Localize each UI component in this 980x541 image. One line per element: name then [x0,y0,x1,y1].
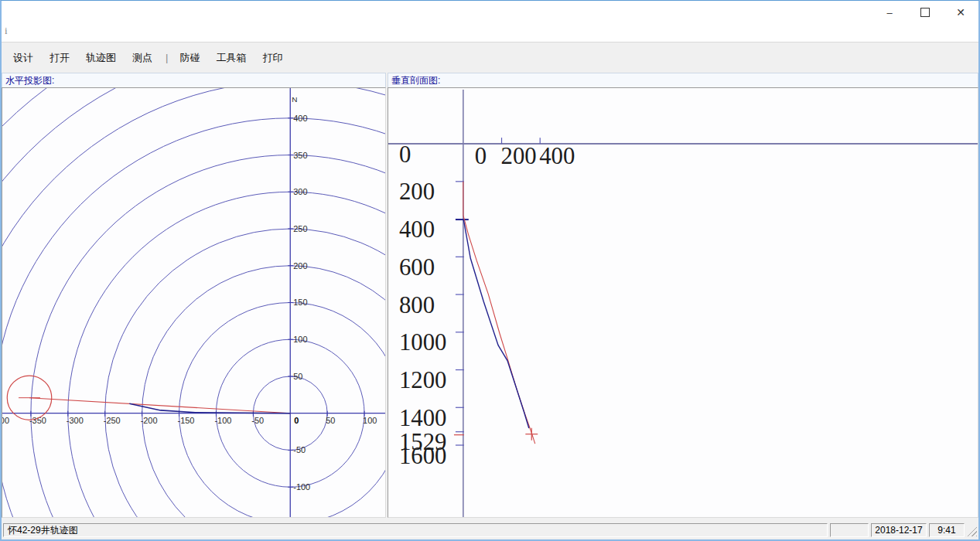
depth-label: 800 [399,292,435,318]
displacement-label: 0 [475,143,487,169]
menu-item-toolbox[interactable]: 工具箱 [211,49,251,66]
title-bar: – ✕ [2,1,978,24]
x-tick-label: -50 [251,416,264,425]
design-trajectory-plan [29,398,290,413]
range-ring-350 [31,155,385,517]
main-content: 水平投影图: -400-350-300-250-200-150-100-5050… [2,73,978,518]
minimize-button[interactable]: – [872,1,907,24]
range-ring-150 [179,303,385,518]
maximize-icon [920,8,930,17]
y-tick-label: 150 [293,298,307,307]
plan-chart-area: -400-350-300-250-200-150-100-50501000400… [2,87,386,518]
depth-label: 1400 [399,405,447,431]
x-tick-label: -150 [178,416,195,425]
displacement-label: 400 [539,143,575,169]
y-tick-label: -50 [293,445,306,454]
x-tick-label: -250 [104,416,121,425]
plan-chart-svg: -400-350-300-250-200-150-100-50501000400… [2,88,385,517]
y-tick-label: 200 [293,261,307,270]
depth-label: 0 [399,141,411,168]
depth-label: 1200 [399,367,447,393]
menu-item-anti-collision[interactable]: 防碰 [175,49,204,66]
depth-label: 400 [399,216,435,243]
status-bar: 怀42-29井轨迹图 2018-12-17 9:41 [2,518,978,540]
section-chart-area: 0200400020040060080010001200140015291600 [388,87,978,518]
section-panel-title: 垂直剖面图: [388,73,978,87]
range-ring-200 [142,266,385,517]
plan-panel: 水平投影图: -400-350-300-250-200-150-100-5050… [2,73,386,518]
y-tick-label: 300 [293,187,307,196]
status-date: 2018-12-17 [871,523,927,537]
menu-item-design[interactable]: 设计 [9,49,38,66]
origin-label: 0 [294,416,299,425]
x-tick-label: -200 [141,416,158,425]
menu-item-trajectory-map[interactable]: 轨迹图 [81,49,121,66]
y-tick-label: 350 [293,151,307,160]
x-tick-label: -300 [67,416,84,425]
displacement-label: 200 [501,143,537,169]
range-ring-250 [105,229,385,517]
range-ring-550 [2,88,385,517]
x-tick-label: 50 [326,416,335,425]
menu-item-print[interactable]: 打印 [258,49,287,66]
close-icon: ✕ [956,6,965,19]
caret-mark: i [5,25,8,37]
y-tick-label: 400 [293,114,307,123]
section-chart-svg: 0200400020040060080010001200140015291600 [388,88,978,517]
range-ring-450 [2,88,385,517]
menu-bar: 设计打开轨迹图测点|防碰工具箱打印 [2,42,978,73]
north-label: N [292,95,297,104]
y-tick-label: -100 [293,482,310,492]
design-trajectory-section [463,182,535,444]
x-tick-label: 100 [363,416,377,425]
range-ring-500 [2,88,385,517]
status-spare-cell [830,523,869,537]
app-window: – ✕ i 设计打开轨迹图测点|防碰工具箱打印 水平投影图: -400-350-… [0,0,980,541]
section-panel: 垂直剖面图: 020040002004006008001000120014001… [388,73,978,518]
plan-panel-title: 水平投影图: [2,73,386,87]
depth-label: 1000 [399,329,447,356]
status-well-label: 怀42-29井轨迹图 [3,523,828,537]
maximize-button[interactable] [907,1,943,24]
status-time: 9:41 [929,523,965,537]
menu-item-survey-points[interactable]: 测点 [128,49,157,66]
depth-label: 200 [399,179,435,205]
toolbar-strip: i [2,24,978,42]
x-tick-label: -100 [214,416,231,425]
close-button[interactable]: ✕ [943,1,978,24]
y-tick-label: 250 [293,224,307,233]
minimize-icon: – [886,7,892,19]
depth-label: 1600 [399,443,447,469]
y-tick-label: 50 [293,372,302,381]
x-tick-label: -400 [2,416,9,425]
range-ring-300 [68,192,385,517]
resize-grip[interactable] [967,526,977,536]
menu-divider: | [166,52,168,63]
y-tick-label: 100 [293,335,307,344]
menu-item-open[interactable]: 打开 [45,49,74,66]
depth-label: 600 [399,254,435,281]
range-ring-400 [2,118,385,517]
